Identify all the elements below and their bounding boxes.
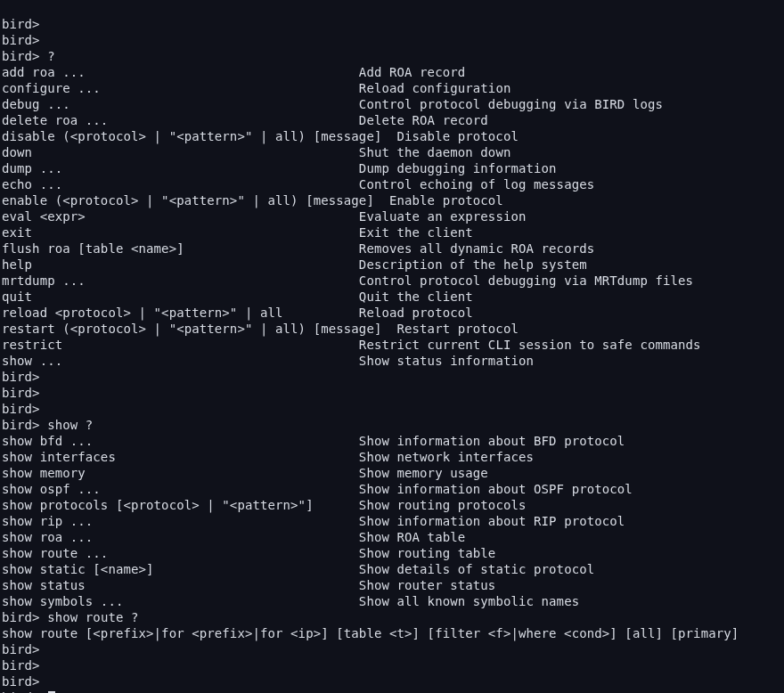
prompt: bird> [2,17,40,31]
terminal-line: reload <protocol> | "<pattern>" | all Re… [2,305,782,321]
help-description: Shut the daemon down [359,145,511,159]
help-command: configure ... [2,81,359,95]
help-description: Restrict current CLI session to safe com… [359,338,701,352]
help-command: show ... [2,354,359,368]
terminal-line: echo ... Control echoing of log messages [2,176,782,192]
terminal-line: eval <expr> Evaluate an expression [2,208,782,224]
terminal-line: show rip ... Show information about RIP … [2,513,782,529]
help-row: disable (<protocol> | "<pattern>" | all)… [2,129,519,143]
help-command: help [2,257,359,272]
help-row: show route [<prefix>|for <prefix>|for <i… [2,626,739,640]
help-description: Show network interfaces [359,450,534,464]
terminal-line: delete roa ... Delete ROA record [2,112,782,128]
terminal-line: show interfaces Show network interfaces [2,449,782,465]
help-description: Evaluate an expression [359,209,527,224]
terminal-line: bird> ? [2,48,782,64]
terminal-line: show memory Show memory usage [2,465,782,481]
help-description: Dump debugging information [359,161,557,175]
help-command: add roa ... [2,65,359,79]
help-description: Show memory usage [359,466,488,480]
terminal-line: bird> [2,32,782,48]
help-command: show ospf ... [2,482,359,496]
help-command: down [2,145,359,159]
terminal-line: show ... Show status information [2,353,782,369]
terminal-line: bird> show route ? [2,609,782,625]
help-command: flush roa [table <name>] [2,241,359,256]
help-description: Show information about RIP protocol [359,514,625,528]
terminal-line: show bfd ... Show information about BFD … [2,433,782,449]
prompt: bird> [2,49,47,63]
help-description: Quit the client [359,289,473,304]
help-command: delete roa ... [2,113,359,127]
terminal-line: show ospf ... Show information about OSP… [2,481,782,497]
terminal-line: bird> [2,673,782,689]
help-description: Show ROA table [359,530,465,544]
terminal-line: show roa ... Show ROA table [2,529,782,545]
terminal-line: quit Quit the client [2,289,782,305]
help-command: show route ... [2,546,359,560]
help-description: Delete ROA record [359,113,488,127]
prompt: bird> [2,658,40,673]
terminal-line: bird> [2,369,782,385]
help-description: Reload protocol [359,306,473,320]
terminal-line: show route ... Show routing table [2,545,782,561]
terminal-line: bird> [2,16,782,32]
terminal-line: restart (<protocol> | "<pattern>" | all)… [2,321,782,337]
prompt: bird> [2,370,40,384]
prompt: bird> [2,674,40,689]
terminal-line: dump ... Dump debugging information [2,160,782,176]
prompt: bird> [2,642,40,656]
typed-command[interactable]: ? [47,49,55,63]
terminal-line: restrict Restrict current CLI session to… [2,337,782,353]
help-description: Show routing protocols [359,498,527,512]
help-command: dump ... [2,161,359,175]
help-description: Show routing table [359,546,496,560]
help-command: exit [2,225,359,240]
terminal-line: flush roa [table <name>] Removes all dyn… [2,241,782,257]
help-command: mrtdump ... [2,273,359,288]
terminal-line: configure ... Reload configuration [2,80,782,96]
terminal-line: down Shut the daemon down [2,144,782,160]
help-command: restrict [2,338,359,352]
terminal-line: disable (<protocol> | "<pattern>" | all)… [2,128,782,144]
prompt: bird> [2,402,40,416]
terminal-line: bird> [2,641,782,657]
terminal-line: exit Exit the client [2,224,782,241]
terminal-line: help Description of the help system [2,257,782,273]
prompt: bird> [2,33,40,47]
help-command: show bfd ... [2,434,359,448]
help-description: Show all known symbolic names [359,594,579,608]
terminal-line: show route [<prefix>|for <prefix>|for <i… [2,625,782,641]
terminal-line: bird> show ? [2,417,782,433]
typed-command[interactable]: show route ? [47,610,138,624]
help-command: reload <protocol> | "<pattern>" | all [2,306,359,320]
help-command: show memory [2,466,359,480]
help-command: quit [2,289,359,304]
help-command: debug ... [2,97,359,111]
help-description: Description of the help system [359,257,587,272]
terminal-line: show protocols [<protocol> | "<pattern>"… [2,497,782,513]
help-command: show static [<name>] [2,562,359,576]
terminal-line: bird> [2,657,782,673]
help-command: show interfaces [2,450,359,464]
help-description: Show details of static protocol [359,562,594,576]
help-description: Exit the client [359,225,473,240]
terminal-line: show static [<name>] Show details of sta… [2,561,782,577]
help-command: show protocols [<protocol> | "<pattern>"… [2,498,359,512]
typed-command[interactable]: show ? [47,418,93,432]
help-command: show roa ... [2,530,359,544]
help-description: Reload configuration [359,81,511,95]
terminal-line: show symbols ... Show all known symbolic… [2,593,782,609]
help-description: Removes all dynamic ROA records [359,241,594,256]
help-description: Show information about OSPF protocol [359,482,633,496]
help-command: echo ... [2,177,359,192]
terminal-line: bird> [2,385,782,401]
prompt: bird> [2,418,47,432]
terminal-line: debug ... Control protocol debugging via… [2,96,782,112]
terminal-line: show status Show router status [2,577,782,593]
help-description: Control protocol debugging via BIRD logs [359,97,663,111]
terminal-output[interactable]: bird>bird>bird> ?add roa ... Add ROA rec… [0,12,784,693]
help-description: Control echoing of log messages [359,177,594,192]
help-description: Control protocol debugging via MRTdump f… [359,273,693,288]
help-command: eval <expr> [2,209,359,224]
